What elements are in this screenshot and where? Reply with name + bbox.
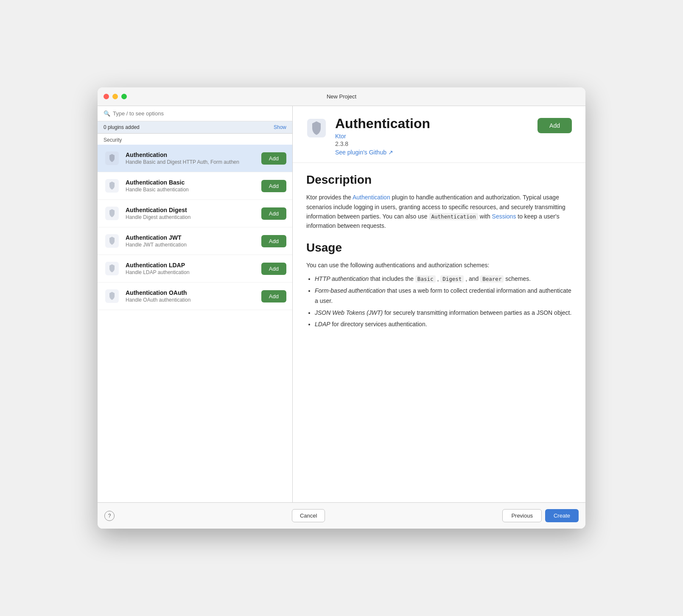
detail-title: Authentication bbox=[335, 116, 529, 131]
window-title: New Project bbox=[327, 93, 356, 100]
bullet-line2-suffix: schemes. bbox=[504, 275, 531, 282]
add-button-auth-basic[interactable]: Add bbox=[261, 180, 286, 192]
bullet-code-digest: Digest bbox=[440, 275, 464, 283]
plugin-icon-authentication bbox=[104, 150, 120, 167]
minimize-button[interactable] bbox=[112, 94, 118, 99]
search-bar: 🔍 bbox=[98, 106, 292, 121]
create-button[interactable]: Create bbox=[545, 509, 579, 522]
maximize-button[interactable] bbox=[121, 94, 127, 99]
bullet-http-rest-prefix: that includes the bbox=[370, 275, 415, 282]
plugin-info-auth-ldap: Authentication LDAP Handle LDAP authenti… bbox=[126, 262, 256, 275]
desc-p1-prefix: Ktor provides the bbox=[306, 194, 353, 201]
plugin-desc-auth-oauth: Handle OAuth authentication bbox=[126, 297, 256, 303]
detail-content: Description Ktor provides the Authentica… bbox=[293, 163, 585, 502]
plugin-desc-auth-basic: Handle Basic authentication bbox=[126, 187, 256, 193]
plugin-desc-auth-ldap: Handle LDAP authentication bbox=[126, 269, 256, 275]
bullet-sep1: , bbox=[436, 275, 441, 282]
plugin-name-auth-ldap: Authentication LDAP bbox=[126, 262, 256, 269]
plugin-item-auth-oauth[interactable]: Authentication OAuth Handle OAuth authen… bbox=[98, 283, 292, 310]
plugin-icon-auth-ldap bbox=[104, 260, 120, 277]
detail-author[interactable]: Ktor bbox=[335, 133, 529, 140]
plugin-desc-authentication: Handle Basic and Digest HTTP Auth, Form … bbox=[126, 159, 256, 165]
detail-version: 2.3.8 bbox=[335, 140, 529, 147]
plugin-info-authentication: Authentication Handle Basic and Digest H… bbox=[126, 151, 256, 165]
plugin-item-authentication[interactable]: Authentication Handle Basic and Digest H… bbox=[98, 145, 292, 172]
bullet-item-ldap: LDAP for directory services authenticati… bbox=[315, 319, 572, 330]
search-icon: 🔍 bbox=[104, 110, 110, 117]
description-paragraph: Ktor provides the Authentication plugin … bbox=[306, 193, 572, 231]
plugins-bar: 0 plugins added Show bbox=[98, 121, 292, 134]
detail-github-link[interactable]: See plugin's Github ↗ bbox=[335, 149, 529, 156]
add-button-authentication[interactable]: Add bbox=[261, 152, 286, 165]
detail-meta: Authentication Ktor 2.3.8 See plugin's G… bbox=[335, 116, 529, 156]
bullet-ldap-italic: LDAP bbox=[315, 321, 330, 328]
bullet-ldap-rest: for directory services authentication. bbox=[330, 321, 427, 328]
previous-button[interactable]: Previous bbox=[502, 509, 542, 522]
bullet-item-form: Form-based authentication that uses a we… bbox=[315, 286, 572, 306]
usage-body: You can use the following authentication… bbox=[306, 260, 572, 330]
plugin-desc-auth-digest: Handle Digest authentication bbox=[126, 214, 256, 220]
plugin-name-auth-basic: Authentication Basic bbox=[126, 179, 256, 186]
plugin-icon-auth-digest bbox=[104, 205, 120, 222]
description-body: Ktor provides the Authentication plugin … bbox=[306, 193, 572, 231]
title-bar: New Project bbox=[98, 87, 585, 106]
detail-add-button[interactable]: Add bbox=[537, 118, 572, 133]
desc-inline-code: Authentication bbox=[429, 213, 478, 220]
plugins-list: Authentication Handle Basic and Digest H… bbox=[98, 145, 292, 502]
add-button-auth-jwt[interactable]: Add bbox=[261, 235, 286, 247]
main-window: New Project 🔍 0 plugins added Show Secur… bbox=[98, 87, 585, 529]
plugin-icon-auth-oauth bbox=[104, 288, 120, 305]
plugin-name-auth-oauth: Authentication OAuth bbox=[126, 289, 256, 296]
desc-sessions-link[interactable]: Sessions bbox=[492, 213, 516, 220]
plugin-item-auth-jwt[interactable]: Authentication JWT Handle JWT authentica… bbox=[98, 227, 292, 255]
content-area: 🔍 0 plugins added Show Security bbox=[98, 106, 585, 502]
plugin-desc-auth-jwt: Handle JWT authentication bbox=[126, 242, 256, 248]
plugin-icon-auth-jwt bbox=[104, 232, 120, 249]
plugin-name-auth-digest: Authentication Digest bbox=[126, 207, 256, 213]
plugin-name-authentication: Authentication bbox=[126, 151, 256, 158]
traffic-lights bbox=[104, 94, 127, 99]
bullet-code-bearer: Bearer bbox=[480, 275, 504, 283]
plugin-item-auth-digest[interactable]: Authentication Digest Handle Digest auth… bbox=[98, 200, 292, 227]
bullet-code-basic: Basic bbox=[415, 275, 436, 283]
plugin-info-auth-oauth: Authentication OAuth Handle OAuth authen… bbox=[126, 289, 256, 303]
plugins-count: 0 plugins added bbox=[104, 124, 140, 130]
plugin-icon-auth-basic bbox=[104, 177, 120, 194]
section-header: Security bbox=[98, 134, 292, 145]
show-link[interactable]: Show bbox=[274, 124, 286, 130]
bullet-item-jwt: JSON Web Tokens (JWT) for securely trans… bbox=[315, 308, 572, 318]
bullet-sep2: , bbox=[464, 275, 467, 282]
plugin-item-auth-basic[interactable]: Authentication Basic Handle Basic authen… bbox=[98, 172, 292, 200]
plugin-info-auth-jwt: Authentication JWT Handle JWT authentica… bbox=[126, 234, 256, 248]
search-input[interactable] bbox=[113, 110, 286, 117]
usage-bullet-list: HTTP authentication that includes the Ba… bbox=[306, 274, 572, 330]
detail-header: Authentication Ktor 2.3.8 See plugin's G… bbox=[293, 106, 585, 163]
cancel-button[interactable]: Cancel bbox=[292, 509, 325, 522]
plugin-info-auth-digest: Authentication Digest Handle Digest auth… bbox=[126, 207, 256, 220]
plugin-name-auth-jwt: Authentication JWT bbox=[126, 234, 256, 241]
bullet-item-http: HTTP authentication that includes the Ba… bbox=[315, 274, 572, 284]
plugin-item-auth-ldap[interactable]: Authentication LDAP Handle LDAP authenti… bbox=[98, 255, 292, 283]
bullet-form-italic: Form-based authentication bbox=[315, 287, 386, 294]
plugin-info-auth-basic: Authentication Basic Handle Basic authen… bbox=[126, 179, 256, 193]
left-panel: 🔍 0 plugins added Show Security bbox=[98, 106, 293, 502]
detail-icon bbox=[306, 118, 327, 138]
desc-auth-link[interactable]: Authentication bbox=[353, 194, 390, 201]
bullet-jwt-rest: for securely transmitting information be… bbox=[383, 309, 571, 316]
desc-p2-prefix: with bbox=[478, 213, 492, 220]
bullet-http-italic: HTTP authentication bbox=[315, 275, 369, 282]
bullet-jwt-italic: JSON Web Tokens (JWT) bbox=[315, 309, 383, 316]
help-button[interactable]: ? bbox=[104, 511, 115, 521]
add-button-auth-ldap[interactable]: Add bbox=[261, 263, 286, 275]
description-heading: Description bbox=[306, 173, 572, 187]
usage-heading: Usage bbox=[306, 241, 572, 255]
add-button-auth-digest[interactable]: Add bbox=[261, 207, 286, 220]
bottom-bar: ? Cancel Previous Create bbox=[98, 502, 585, 529]
nav-buttons: Previous Create bbox=[502, 509, 579, 522]
usage-intro: You can use the following authentication… bbox=[306, 260, 572, 270]
add-button-auth-oauth[interactable]: Add bbox=[261, 290, 286, 302]
right-panel: Authentication Ktor 2.3.8 See plugin's G… bbox=[293, 106, 585, 502]
close-button[interactable] bbox=[104, 94, 109, 99]
